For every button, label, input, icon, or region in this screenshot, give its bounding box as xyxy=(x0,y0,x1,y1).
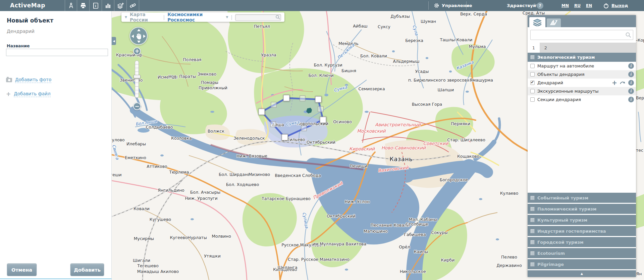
layer-row-0[interactable]: Маршрут на автомобилеi xyxy=(528,62,636,70)
group-checkbox[interactable] xyxy=(530,240,535,244)
map-label: Нурлаты xyxy=(187,235,207,240)
layer-checkbox[interactable] xyxy=(530,97,535,102)
zoom-in-button[interactable]: + xyxy=(133,47,141,55)
link-icon[interactable] xyxy=(127,0,139,11)
polygon-vertex-handle[interactable] xyxy=(283,95,290,101)
pan-down-icon[interactable] xyxy=(137,41,141,43)
lang-en[interactable]: EN xyxy=(586,3,592,8)
map-search-input[interactable] xyxy=(235,14,281,21)
layer-row-1[interactable]: Объекты дендрарияi xyxy=(528,70,636,79)
pan-up-icon[interactable] xyxy=(137,29,141,31)
layer-group-0[interactable]: Экологический туризм xyxy=(528,53,636,62)
greeting: Здравствуйте xyxy=(507,0,541,11)
group-checkbox[interactable] xyxy=(530,55,535,59)
layer-group-4[interactable]: Индустрия гостеприимства xyxy=(528,226,636,236)
map-label: Ташлы-Ковали xyxy=(440,37,473,42)
layer-group-3[interactable]: Культурный туризм xyxy=(528,215,636,225)
submit-button[interactable]: Добавить xyxy=(70,264,104,276)
pan-control[interactable] xyxy=(129,27,148,45)
layer-info-icon[interactable]: i xyxy=(628,97,634,102)
undo-icon[interactable] xyxy=(620,81,626,85)
map-label: Осиново xyxy=(333,119,352,124)
group-checkbox[interactable] xyxy=(530,262,535,267)
polygon-vertex-handle[interactable] xyxy=(320,117,326,123)
lang-ru[interactable]: RU xyxy=(574,3,581,8)
print-icon[interactable] xyxy=(77,0,90,11)
add-layer-icon[interactable] xyxy=(114,0,127,11)
group-checkbox[interactable] xyxy=(530,251,535,255)
chevron-down-icon[interactable]: ▼ xyxy=(125,15,127,19)
layer-row-3[interactable]: Экскурсионные маршрутыi xyxy=(528,87,636,95)
layer-search-input[interactable] xyxy=(530,30,633,40)
polygon-vertex-handle[interactable] xyxy=(259,109,265,115)
layer-checkbox[interactable] xyxy=(530,72,535,77)
layer-group-7[interactable]: Pilgrimage xyxy=(528,259,636,269)
map-label: Тюрлема xyxy=(169,170,189,175)
layer-info-icon[interactable]: i xyxy=(628,80,634,86)
legend-icon: ? xyxy=(549,19,558,26)
statistics-icon[interactable] xyxy=(102,0,114,11)
polygon-vertex-handle[interactable] xyxy=(315,96,322,103)
group-checkbox[interactable] xyxy=(530,196,535,200)
layer-info-icon[interactable]: i xyxy=(628,88,634,94)
pan-right-icon[interactable] xyxy=(143,35,146,38)
polygon-midpoint-handle[interactable] xyxy=(301,126,307,131)
group-checkbox[interactable] xyxy=(530,207,535,211)
activemap-app: ActiveMap i Управление xyxy=(0,0,644,280)
pager-page-1[interactable]: 1 xyxy=(528,43,540,53)
map-label: Кулаево xyxy=(500,191,519,196)
map-label: Высокая Гора xyxy=(412,102,442,107)
polygon-midpoint-handle[interactable] xyxy=(271,102,277,108)
tab-layers[interactable] xyxy=(529,17,545,27)
layer-checkbox[interactable] xyxy=(530,89,535,93)
add-file-button[interactable]: + Добавить файл xyxy=(6,91,51,97)
help-button[interactable]: ? xyxy=(537,0,543,11)
map-label: Шеланга xyxy=(277,265,297,270)
layer-info-icon[interactable]: i xyxy=(628,72,634,77)
layer-group-1[interactable]: Событийный туризм xyxy=(528,193,636,203)
satellite-layer-selector[interactable]: Космоснимки Роскосмос xyxy=(167,12,223,22)
name-input[interactable] xyxy=(6,49,108,56)
header-separator xyxy=(466,1,467,10)
measure-tool-icon[interactable] xyxy=(65,0,77,11)
layer-row-4[interactable]: Секции дендрарияi xyxy=(528,95,636,104)
map-label: Солдыбаево xyxy=(146,125,173,130)
group-checkbox[interactable] xyxy=(530,218,535,222)
layer-checkbox[interactable] xyxy=(530,64,535,68)
polygon-midpoint-handle[interactable] xyxy=(300,96,306,101)
map-label: Березка xyxy=(405,38,423,43)
info-guide-icon[interactable]: i xyxy=(90,0,102,11)
polygon-midpoint-handle[interactable] xyxy=(270,122,276,127)
pager-page-2[interactable]: 2 xyxy=(540,43,552,53)
chevron-down-icon[interactable]: ▼ xyxy=(226,15,228,19)
management-label: Управление xyxy=(442,3,472,8)
group-checkbox[interactable] xyxy=(530,229,535,233)
tab-legend[interactable]: ? xyxy=(547,18,561,27)
layer-info-icon[interactable]: i xyxy=(628,63,634,69)
cancel-button[interactable]: Отмена xyxy=(7,264,37,276)
map-label: Казань xyxy=(389,156,413,162)
logout-button[interactable]: Выход xyxy=(603,0,628,11)
layer-group-5[interactable]: Городской туризм xyxy=(528,237,636,247)
polygon-midpoint-handle[interactable] xyxy=(318,106,324,112)
map-label: Кугушево xyxy=(150,217,171,222)
zoom-slider-handle[interactable] xyxy=(133,75,141,79)
zoom-out-button[interactable]: − xyxy=(133,102,141,110)
polygon-vertex-handle[interactable] xyxy=(282,134,288,141)
add-photo-button[interactable]: Добавить фото xyxy=(6,77,51,83)
map-label: Бол. Кургузи xyxy=(314,62,342,67)
add-object-icon[interactable]: + xyxy=(612,80,617,86)
sidebar-collapse-tab[interactable]: ◀ xyxy=(112,37,116,45)
logout-label: Выход xyxy=(611,3,628,8)
layer-group-2[interactable]: Паломнический туризм xyxy=(528,204,636,214)
layer-group-6[interactable]: Ecotourism xyxy=(528,248,636,258)
pan-left-icon[interactable] xyxy=(131,35,134,38)
layer-row-2[interactable]: Дендрарий+i xyxy=(528,79,636,87)
zoom-slider[interactable] xyxy=(135,60,139,98)
base-layer-selector[interactable]: Карта России xyxy=(130,12,161,22)
panel-layer-list: Экологический туризмМаршрут на автомобил… xyxy=(528,53,636,277)
new-object-sidebar: Новый объект Дендрарий Название Добавить… xyxy=(0,11,112,280)
lang-mn[interactable]: MN xyxy=(561,3,569,8)
panel-collapse-button[interactable]: ▲ xyxy=(528,270,636,277)
layer-checkbox[interactable] xyxy=(530,81,535,85)
